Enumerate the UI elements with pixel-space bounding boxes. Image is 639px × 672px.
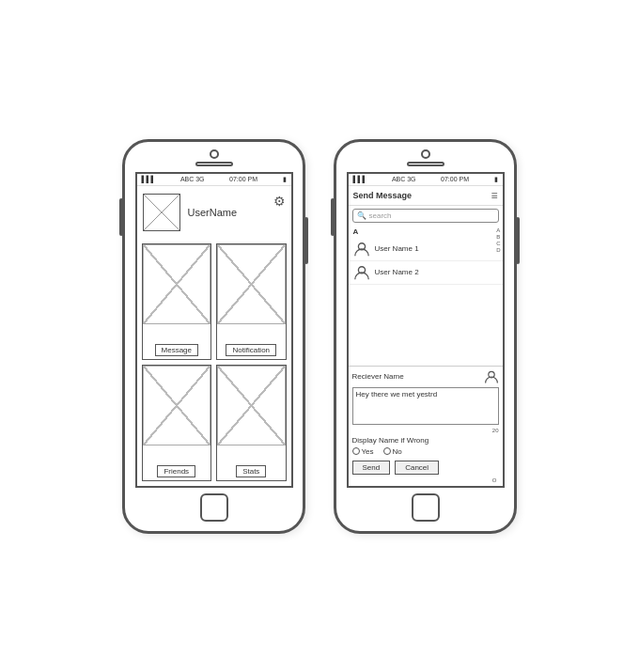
- contact-list: A User Name 1: [349, 226, 503, 366]
- alpha-b: B: [496, 234, 500, 240]
- contact-item-2[interactable]: User Name 2: [349, 261, 503, 285]
- contact-item-1[interactable]: User Name 1: [349, 238, 503, 261]
- contact-avatar-1: [353, 241, 370, 258]
- phone-1-home-button[interactable]: [200, 493, 228, 522]
- gear-icon[interactable]: ⚙: [273, 194, 286, 209]
- phone-1: ▌▌▌ ABC 3G 07:00 PM ▮ UserName ⚙ Message: [122, 139, 305, 534]
- alpha-index: A B C D: [496, 226, 500, 366]
- alpha-a: A: [496, 227, 500, 233]
- grid-item-friends-img: [143, 366, 211, 445]
- grid-item-message-img: [143, 244, 211, 324]
- contact-name-1: User Name 1: [375, 244, 419, 253]
- carrier-label: ABC 3G: [180, 176, 205, 182]
- receiver-row: Reciever Name: [352, 369, 499, 384]
- display-name-label: Display Name if Wrong: [352, 436, 499, 445]
- message-textarea[interactable]: Hey there we met yestrd: [352, 387, 499, 425]
- section-label-a: A: [349, 226, 503, 238]
- profile-section: UserName ⚙: [137, 186, 291, 239]
- char-count: 20: [352, 428, 499, 433]
- message-text: Hey there we met yestrd: [356, 390, 438, 399]
- signal-icon: ▌▌▌: [142, 176, 156, 182]
- phone-1-camera: [210, 149, 219, 159]
- p2-time-label: 07:00 PM: [441, 176, 469, 182]
- phone-2: ▌▌▌ ABC 3G 07:00 PM ▮ Send Message ≡ 🔍 s…: [334, 139, 517, 534]
- send-message-title: Send Message: [353, 191, 413, 200]
- radio-row: Yes No: [352, 447, 499, 456]
- compose-section: Reciever Name Hey there we met yestrd 20…: [349, 366, 503, 486]
- search-icon: 🔍: [357, 211, 366, 220]
- grid-container: Message Notification Friends Stats: [137, 239, 291, 486]
- radio-no[interactable]: No: [383, 447, 402, 456]
- phone-2-camera: [421, 149, 430, 159]
- bottom-alpha: O: [352, 477, 499, 483]
- profile-username: UserName: [188, 207, 238, 218]
- grid-item-friends[interactable]: Friends: [142, 365, 212, 481]
- message-header: Send Message ≡: [349, 186, 503, 206]
- phone-1-status-bar: ▌▌▌ ABC 3G 07:00 PM ▮: [137, 174, 291, 186]
- phone-2-status-bar: ▌▌▌ ABC 3G 07:00 PM ▮: [349, 174, 503, 186]
- phone-1-speaker: [195, 162, 233, 166]
- radio-no-label: No: [393, 447, 402, 456]
- grid-item-notification-img: [217, 244, 286, 324]
- p2-carrier-label: ABC 3G: [392, 176, 416, 182]
- receiver-avatar: [484, 369, 499, 384]
- phone-1-screen: ▌▌▌ ABC 3G 07:00 PM ▮ UserName ⚙ Message: [135, 172, 293, 488]
- grid-item-friends-label: Friends: [157, 465, 195, 477]
- battery-icon: ▮: [283, 176, 287, 183]
- grid-item-notification-label: Notification: [226, 344, 276, 356]
- grid-item-message-label: Message: [155, 344, 198, 356]
- cancel-button[interactable]: Cancel: [395, 461, 439, 475]
- phone-2-speaker: [407, 162, 444, 166]
- grid-item-stats-img: [217, 366, 286, 445]
- receiver-label: Reciever Name: [352, 372, 404, 381]
- phone-2-top: [336, 142, 514, 166]
- profile-avatar: [143, 194, 180, 231]
- contact-avatar-2: [353, 264, 370, 281]
- radio-yes-circle: [352, 447, 360, 455]
- grid-item-message[interactable]: Message: [142, 243, 212, 360]
- phone-1-bottom: [125, 493, 303, 531]
- p2-signal-icon: ▌▌▌: [353, 176, 367, 182]
- alpha-d: D: [496, 247, 500, 253]
- grid-item-stats-label: Stats: [236, 465, 266, 477]
- p2-battery-icon: ▮: [494, 176, 498, 183]
- contact-name-2: User Name 2: [375, 268, 419, 276]
- alpha-c: C: [496, 241, 500, 246]
- button-row: Send Cancel: [352, 461, 499, 475]
- search-bar[interactable]: 🔍 search: [352, 209, 499, 223]
- main-container: ▶ ▌▌▌ ABC 3G 07:00 PM ▮ UserName ⚙: [0, 0, 639, 672]
- radio-yes[interactable]: Yes: [352, 447, 374, 456]
- phone-2-bottom: [336, 493, 514, 531]
- search-input[interactable]: search: [369, 211, 392, 220]
- phone-1-top: [125, 142, 303, 166]
- radio-no-circle: [383, 447, 391, 455]
- send-button[interactable]: Send: [352, 461, 391, 475]
- hamburger-icon[interactable]: ≡: [491, 189, 497, 202]
- phone-2-screen: ▌▌▌ ABC 3G 07:00 PM ▮ Send Message ≡ 🔍 s…: [347, 172, 505, 488]
- phone-2-home-button[interactable]: [412, 493, 440, 522]
- radio-yes-label: Yes: [362, 447, 374, 456]
- grid-item-stats[interactable]: Stats: [216, 365, 287, 481]
- time-label: 07:00 PM: [229, 176, 257, 182]
- grid-item-notification[interactable]: Notification: [216, 243, 287, 360]
